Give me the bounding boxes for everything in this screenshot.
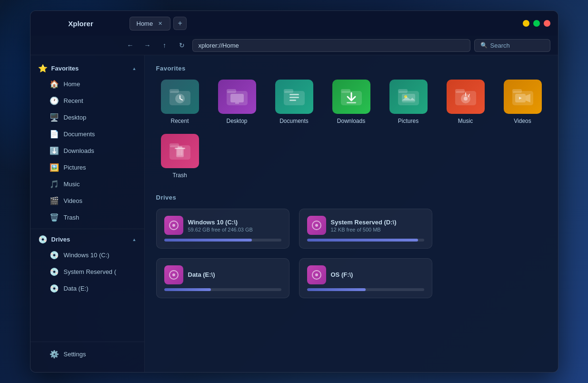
sidebar-item-downloads[interactable]: ⬇️ Downloads xyxy=(34,143,140,159)
app-window: Xplorer Home ✕ + ← → ↑ ↻ xplorer://Home … xyxy=(30,10,558,373)
folder-grid: Recent Desktop xyxy=(156,80,547,179)
drive-c-bar-fill xyxy=(164,239,252,242)
folder-item-recent[interactable]: Recent xyxy=(156,80,204,124)
drive-e-name: Data (E:\) xyxy=(188,271,281,278)
tab-home[interactable]: Home ✕ xyxy=(130,17,171,30)
sidebar-drives-header[interactable]: 💿 Drives ▲ xyxy=(30,232,144,247)
folder-icon-pictures xyxy=(389,80,428,114)
svg-point-32 xyxy=(172,224,175,227)
drive-f-name: OS (F:\) xyxy=(331,271,424,278)
sidebar-divider xyxy=(30,229,144,229)
title-bar: Xplorer Home ✕ + xyxy=(30,11,558,36)
sidebar-favorites-header[interactable]: ⭐ Favorites ▲ xyxy=(30,61,144,76)
tab-close-button[interactable]: ✕ xyxy=(157,20,163,27)
trash-icon: 🗑️ xyxy=(50,213,59,222)
drive-d-icon xyxy=(307,216,326,235)
documents-icon: 📄 xyxy=(50,130,59,139)
sidebar-item-home[interactable]: 🏠 Home xyxy=(34,76,140,92)
favorites-chevron: ▲ xyxy=(132,66,137,71)
svg-point-22 xyxy=(464,97,468,101)
sidebar-item-documents[interactable]: 📄 Documents xyxy=(34,126,140,142)
drive-d-info: System Reserved (D:\) 12 KB free of 500 … xyxy=(331,219,424,232)
sidebar-downloads-label: Downloads xyxy=(64,147,94,154)
maximize-button[interactable] xyxy=(533,20,540,27)
svg-rect-24 xyxy=(512,89,522,93)
minimize-button[interactable] xyxy=(523,20,529,27)
folder-icon-videos xyxy=(504,80,542,114)
folder-item-music[interactable]: Music xyxy=(442,80,489,124)
search-bar[interactable]: 🔍 Search xyxy=(474,39,550,52)
address-bar[interactable]: xplorer://Home xyxy=(192,39,470,52)
sidebar-item-desktop[interactable]: 🖥️ Desktop xyxy=(34,110,140,125)
folder-item-trash[interactable]: Trash xyxy=(156,134,204,179)
sidebar-drive-e-label: Data (E:) xyxy=(64,285,89,292)
sidebar-item-music[interactable]: 🎵 Music xyxy=(34,176,140,192)
close-button[interactable] xyxy=(544,20,550,27)
svg-rect-5 xyxy=(230,94,244,102)
folder-icon-music xyxy=(447,80,485,114)
svg-rect-4 xyxy=(227,89,236,93)
drive-c-icon xyxy=(164,216,183,235)
drive-card-e[interactable]: Data (E:\) xyxy=(156,258,289,298)
drives-chevron: ▲ xyxy=(132,237,137,242)
address-text: xplorer://Home xyxy=(199,42,239,49)
drive-d-icon: 💿 xyxy=(50,267,59,276)
sidebar-settings-label: Settings xyxy=(64,351,86,358)
sidebar-item-pictures[interactable]: 🖼️ Pictures xyxy=(34,160,140,175)
folder-item-documents[interactable]: Documents xyxy=(270,80,318,124)
drive-c-info: Windows 10 (C:\) 59.62 GB free of 246.03… xyxy=(188,219,281,232)
content-area: Favorites Recent xyxy=(145,55,558,372)
desktop-icon: 🖥️ xyxy=(50,113,59,122)
sidebar-documents-label: Documents xyxy=(64,131,95,138)
folder-icon-downloads xyxy=(332,80,370,114)
app-title: Xplorer xyxy=(38,20,124,28)
sidebar-desktop-label: Desktop xyxy=(64,114,87,121)
drive-card-d[interactable]: System Reserved (D:\) 12 KB free of 500 … xyxy=(299,209,432,249)
folder-label-trash: Trash xyxy=(172,172,187,179)
folder-item-videos[interactable]: Videos xyxy=(499,80,547,124)
recent-icon: 🕐 xyxy=(50,96,59,105)
sidebar-item-drive-d[interactable]: 💿 System Reserved ( xyxy=(34,264,140,280)
star-icon: ⭐ xyxy=(38,64,48,73)
sidebar-home-label: Home xyxy=(64,81,80,88)
svg-rect-9 xyxy=(289,94,299,95)
folder-item-desktop[interactable]: Desktop xyxy=(213,80,261,124)
drive-e-info: Data (E:\) xyxy=(188,271,281,279)
sidebar-item-trash[interactable]: 🗑️ Trash xyxy=(34,210,140,225)
drive-f-bar-fill xyxy=(307,288,366,291)
drive-card-c[interactable]: Windows 10 (C:\) 59.62 GB free of 246.03… xyxy=(156,209,289,249)
sidebar-drive-d-label: System Reserved ( xyxy=(64,268,117,275)
sidebar-item-recent[interactable]: 🕐 Recent xyxy=(34,93,140,109)
drive-d-bar-fill xyxy=(307,239,419,242)
tab-add-button[interactable]: + xyxy=(173,17,187,30)
svg-rect-6 xyxy=(235,102,239,104)
svg-rect-30 xyxy=(178,146,182,148)
videos-icon: 🎬 xyxy=(50,196,59,205)
search-placeholder: Search xyxy=(490,42,510,49)
forward-button[interactable]: → xyxy=(141,39,154,52)
up-button[interactable]: ↑ xyxy=(158,39,171,52)
folder-label-videos: Videos xyxy=(514,118,531,124)
sidebar-item-settings[interactable]: ⚙️ Settings xyxy=(34,346,140,362)
sidebar-item-videos[interactable]: 🎬 Videos xyxy=(34,193,140,209)
folder-label-desktop: Desktop xyxy=(226,118,247,124)
refresh-button[interactable]: ↻ xyxy=(175,39,189,52)
folder-icon-recent xyxy=(161,80,199,114)
favorites-section-label: Favorites xyxy=(51,65,129,72)
back-button[interactable]: ← xyxy=(124,39,137,52)
drives-section-icon: 💿 xyxy=(38,235,48,244)
folder-item-downloads[interactable]: Downloads xyxy=(328,80,375,124)
drives-section-label: Drives xyxy=(51,236,129,243)
music-icon: 🎵 xyxy=(50,180,59,189)
search-icon: 🔍 xyxy=(480,42,488,49)
drive-card-f[interactable]: OS (F:\) xyxy=(299,258,432,298)
drives-section-title: Drives xyxy=(156,194,547,201)
svg-rect-11 xyxy=(289,100,296,101)
sidebar-bottom: ⚙️ Settings xyxy=(30,342,144,366)
sidebar-item-drive-c[interactable]: 💿 Windows 10 (C:) xyxy=(34,247,140,263)
drive-c-bar-bg xyxy=(164,239,281,242)
window-controls xyxy=(523,20,550,27)
folder-item-pictures[interactable]: Pictures xyxy=(385,80,432,124)
sidebar-item-drive-e[interactable]: 💿 Data (E:) xyxy=(34,281,140,296)
main-layout: ⭐ Favorites ▲ 🏠 Home 🕐 Recent 🖥️ Desktop… xyxy=(30,55,558,372)
